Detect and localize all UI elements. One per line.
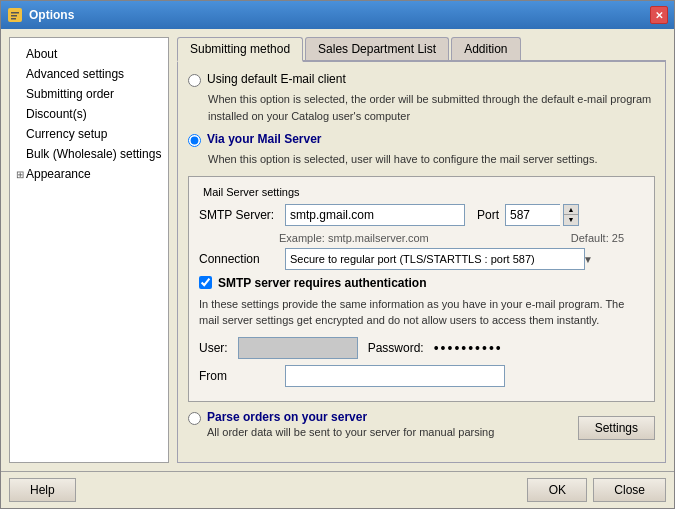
- tab-submitting-method[interactable]: Submitting method: [177, 37, 303, 62]
- from-label: From: [199, 369, 279, 383]
- footer: Help OK Close: [1, 471, 674, 508]
- close-window-button[interactable]: ✕: [650, 6, 668, 24]
- auth-checkbox[interactable]: [199, 276, 212, 289]
- settings-button[interactable]: Settings: [578, 416, 655, 440]
- app-icon: [7, 7, 23, 23]
- sidebar-item-appearance[interactable]: ⊞ Appearance: [10, 164, 168, 184]
- example-text: Example: smtp.mailserver.com: [279, 232, 429, 244]
- tab-sales-department[interactable]: Sales Department List: [305, 37, 449, 60]
- footer-right: OK Close: [527, 478, 666, 502]
- sidebar-item-appearance-label: Appearance: [26, 167, 91, 181]
- title-bar-left: Options: [7, 7, 74, 23]
- option2-label: Via your Mail Server: [207, 132, 322, 146]
- settings-btn-container: Settings: [578, 416, 655, 440]
- port-up-button[interactable]: ▲: [564, 205, 578, 215]
- option1-radio[interactable]: [188, 74, 201, 87]
- option2-desc: When this option is selected, user will …: [208, 151, 655, 168]
- smtp-row: SMTP Server: Port ▲ ▼: [199, 204, 644, 226]
- option1-label: Using default E-mail client: [207, 72, 346, 86]
- options-window: Options ✕ About Advanced settings Submit…: [0, 0, 675, 509]
- help-button[interactable]: Help: [9, 478, 76, 502]
- expand-icon: ⊞: [16, 169, 24, 180]
- sidebar: About Advanced settings Submitting order…: [9, 37, 169, 463]
- auth-checkbox-label: SMTP server requires authentication: [218, 276, 427, 290]
- svg-rect-2: [11, 15, 17, 17]
- from-row: From: [199, 365, 644, 387]
- sidebar-item-submitting[interactable]: Submitting order: [10, 84, 168, 104]
- mail-server-group: Mail Server settings SMTP Server: Port ▲…: [188, 176, 655, 402]
- connection-row: Connection Secure to regular port (TLS/S…: [199, 248, 644, 270]
- auth-desc: In these settings provide the same infor…: [199, 296, 644, 329]
- port-input[interactable]: [505, 204, 560, 226]
- connection-label: Connection: [199, 252, 279, 266]
- example-row: Example: smtp.mailserver.com Default: 25: [279, 232, 644, 244]
- group-box-title: Mail Server settings: [199, 186, 304, 198]
- user-row: User: Password: ••••••••••: [199, 337, 644, 359]
- window-title: Options: [29, 8, 74, 22]
- port-down-button[interactable]: ▼: [564, 215, 578, 225]
- tab-addition[interactable]: Addition: [451, 37, 520, 60]
- port-area: ▲ ▼: [505, 204, 579, 226]
- title-bar: Options ✕: [1, 1, 674, 29]
- parse-desc: All order data will be sent to your serv…: [207, 424, 572, 441]
- option2-radio[interactable]: [188, 134, 201, 147]
- close-button[interactable]: Close: [593, 478, 666, 502]
- smtp-label: SMTP Server:: [199, 208, 279, 222]
- ok-button[interactable]: OK: [527, 478, 587, 502]
- connection-select[interactable]: Secure to regular port (TLS/STARTTLS : p…: [285, 248, 585, 270]
- option3-radio[interactable]: [188, 412, 201, 425]
- auth-checkbox-row: SMTP server requires authentication: [199, 276, 644, 290]
- sidebar-item-about[interactable]: About: [10, 44, 168, 64]
- password-label: Password:: [368, 341, 424, 355]
- option2-container: Via your Mail Server: [188, 132, 655, 147]
- svg-rect-1: [11, 12, 19, 14]
- window-body: About Advanced settings Submitting order…: [1, 29, 674, 471]
- port-label: Port: [477, 208, 499, 222]
- user-label: User:: [199, 341, 228, 355]
- connection-select-wrapper: Secure to regular port (TLS/STARTTLS : p…: [285, 248, 595, 270]
- from-input[interactable]: [285, 365, 505, 387]
- tabs: Submitting method Sales Department List …: [177, 37, 666, 62]
- option1-desc: When this option is selected, the order …: [208, 91, 655, 124]
- sidebar-item-discount[interactable]: Discount(s): [10, 104, 168, 124]
- user-input[interactable]: [238, 337, 358, 359]
- port-spinner: ▲ ▼: [563, 204, 579, 226]
- sidebar-item-currency[interactable]: Currency setup: [10, 124, 168, 144]
- sidebar-item-advanced[interactable]: Advanced settings: [10, 64, 168, 84]
- parse-content: Parse orders on your server All order da…: [207, 410, 572, 441]
- smtp-input[interactable]: [285, 204, 465, 226]
- option1-container: Using default E-mail client: [188, 72, 655, 87]
- default-text: Default: 25: [571, 232, 624, 244]
- sidebar-item-bulk[interactable]: Bulk (Wholesale) settings: [10, 144, 168, 164]
- main-panel: Submitting method Sales Department List …: [177, 37, 666, 463]
- tab-content: Using default E-mail client When this op…: [177, 62, 666, 463]
- parse-option-container: Parse orders on your server All order da…: [188, 410, 655, 441]
- parse-label: Parse orders on your server: [207, 410, 572, 424]
- password-dots: ••••••••••: [434, 340, 503, 356]
- svg-rect-3: [11, 18, 16, 20]
